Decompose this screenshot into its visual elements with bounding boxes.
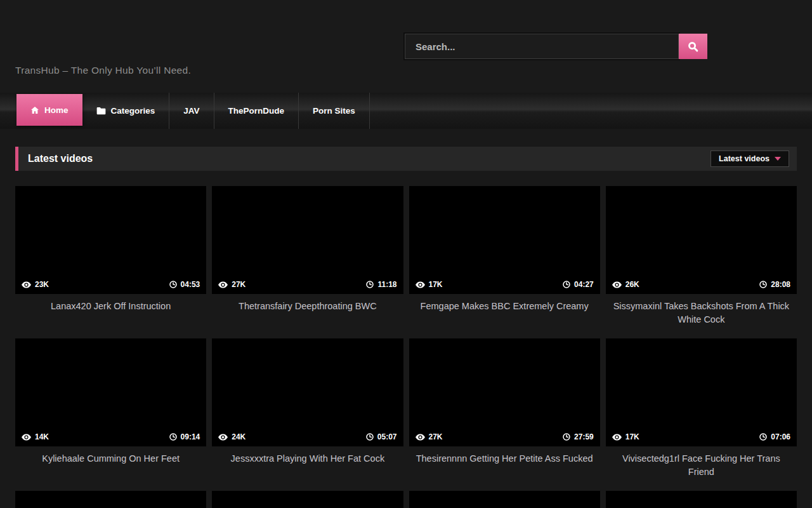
home-icon [30, 106, 39, 114]
video-duration: 04:27 [574, 280, 594, 289]
site-tagline: TransHub – The Only Hub You’ll Need. [15, 65, 191, 76]
view-count: 24K [232, 432, 246, 441]
video-meta: 26K 28:08 [606, 275, 797, 294]
video-meta: 27K 27:59 [409, 427, 600, 446]
video-thumbnail[interactable]: 24K 05:07 [212, 338, 403, 446]
nav-item-label: Porn Sites [313, 106, 355, 116]
video-card[interactable] [212, 491, 403, 508]
video-title[interactable]: Femgape Makes BBC Extremely Creamy [409, 300, 600, 313]
nav-item-jav[interactable]: JAV [169, 93, 214, 129]
search-button[interactable] [679, 34, 707, 59]
video-duration: 07:06 [771, 432, 790, 441]
section-title: Latest videos [28, 153, 93, 164]
video-duration: 11:18 [377, 280, 396, 289]
video-thumbnail[interactable] [606, 491, 797, 508]
video-meta: 17K 04:27 [409, 275, 600, 294]
video-duration: 04:53 [181, 280, 200, 289]
nav-item-label: Home [44, 105, 69, 115]
section-header: Latest videos Latest videos [15, 147, 797, 171]
video-card[interactable]: 23K 04:53 Lanax420 Jerk Off Instruction [15, 186, 206, 323]
view-count: 23K [35, 280, 49, 289]
video-title[interactable]: Vivisectedg1rl Face Fucking Her Trans Fr… [606, 452, 797, 479]
video-meta: 23K 04:53 [15, 275, 206, 294]
clock-icon [169, 433, 177, 441]
video-title[interactable]: Sissymaxinl Takes Backshots From A Thick… [606, 300, 797, 326]
clock-icon [169, 281, 177, 288]
video-duration: 05:07 [377, 432, 397, 441]
clock-icon [366, 433, 374, 441]
clock-icon [366, 281, 374, 288]
nav-item-label: Categories [111, 106, 155, 116]
eye-icon [218, 281, 228, 288]
eye-icon [416, 281, 425, 288]
video-card[interactable]: 17K 04:27 Femgape Makes BBC Extremely Cr… [409, 186, 600, 323]
eye-icon [218, 434, 228, 441]
search-icon [688, 41, 698, 52]
view-count: 26K [625, 280, 639, 289]
view-count: 17K [429, 280, 443, 289]
video-card[interactable] [606, 491, 797, 508]
video-thumbnail[interactable]: 23K 04:53 [15, 186, 206, 294]
folder-icon [96, 107, 106, 115]
video-thumbnail[interactable]: 17K 04:27 [409, 186, 600, 294]
video-title[interactable]: Kyliehaale Cumming On Her Feet [15, 452, 206, 465]
eye-icon [22, 434, 31, 441]
video-duration: 28:08 [771, 280, 790, 289]
video-grid: 23K 04:53 Lanax420 Jerk Off Instruction … [15, 186, 797, 508]
video-thumbnail[interactable]: 17K 07:06 [606, 338, 797, 446]
video-card[interactable]: 14K 09:14 Kyliehaale Cumming On Her Feet [15, 338, 206, 476]
video-thumbnail[interactable] [409, 491, 600, 508]
nav-item-theporndude[interactable]: ThePornDude [214, 93, 299, 129]
view-count: 27K [232, 280, 246, 289]
eye-icon [612, 281, 622, 288]
video-meta: 27K 11:18 [212, 275, 403, 294]
clock-icon [563, 433, 570, 441]
video-meta: 17K 07:06 [606, 427, 797, 446]
video-duration: 09:14 [181, 432, 200, 441]
nav-item-label: ThePornDude [228, 106, 285, 116]
video-thumbnail[interactable] [212, 491, 403, 508]
eye-icon [612, 434, 622, 441]
video-title[interactable]: Thetransfairy Deepthroating BWC [212, 300, 403, 313]
nav-item-categories[interactable]: Categories [82, 93, 170, 129]
video-card[interactable] [409, 491, 600, 508]
video-thumbnail[interactable]: 27K 11:18 [212, 186, 403, 294]
search-input[interactable] [405, 34, 679, 59]
video-thumbnail[interactable]: 14K 09:14 [15, 338, 206, 446]
main-nav: Home Categories JAV ThePornDude Porn Sit… [0, 93, 812, 129]
clock-icon [759, 433, 767, 441]
sort-dropdown-label: Latest videos [719, 154, 769, 163]
search-bar [405, 34, 707, 59]
video-duration: 27:59 [574, 432, 594, 441]
video-title[interactable]: Jessxxxtra Playing With Her Fat Cock [212, 452, 403, 465]
video-card[interactable]: 17K 07:06 Vivisectedg1rl Face Fucking He… [606, 338, 797, 476]
video-thumbnail[interactable] [15, 491, 206, 508]
nav-item-label: JAV [183, 106, 199, 116]
nav-item-porn-sites[interactable]: Porn Sites [299, 93, 370, 129]
video-meta: 14K 09:14 [15, 427, 206, 446]
video-thumbnail[interactable]: 27K 27:59 [409, 338, 600, 446]
video-thumbnail[interactable]: 26K 28:08 [606, 186, 797, 294]
nav-item-home[interactable]: Home [16, 94, 82, 126]
video-title[interactable]: Lanax420 Jerk Off Instruction [15, 300, 206, 313]
clock-icon [563, 281, 570, 288]
video-card[interactable]: 24K 05:07 Jessxxxtra Playing With Her Fa… [212, 338, 403, 476]
view-count: 27K [429, 432, 443, 441]
header: TransHub – The Only Hub You’ll Need. [0, 0, 812, 93]
video-meta: 24K 05:07 [212, 427, 403, 446]
eye-icon [22, 281, 31, 288]
video-card[interactable]: 27K 11:18 Thetransfairy Deepthroating BW… [212, 186, 403, 323]
video-card[interactable]: 27K 27:59 Thesirennnn Getting Her Petite… [409, 338, 600, 476]
sort-dropdown[interactable]: Latest videos [710, 150, 789, 167]
clock-icon [759, 281, 767, 288]
video-card[interactable]: 26K 28:08 Sissymaxinl Takes Backshots Fr… [606, 186, 797, 323]
view-count: 14K [35, 432, 49, 441]
eye-icon [416, 434, 425, 441]
video-card[interactable] [15, 491, 206, 508]
video-title[interactable]: Thesirennnn Getting Her Petite Ass Fucke… [409, 452, 600, 465]
view-count: 17K [625, 432, 639, 441]
caret-down-icon [775, 157, 781, 161]
